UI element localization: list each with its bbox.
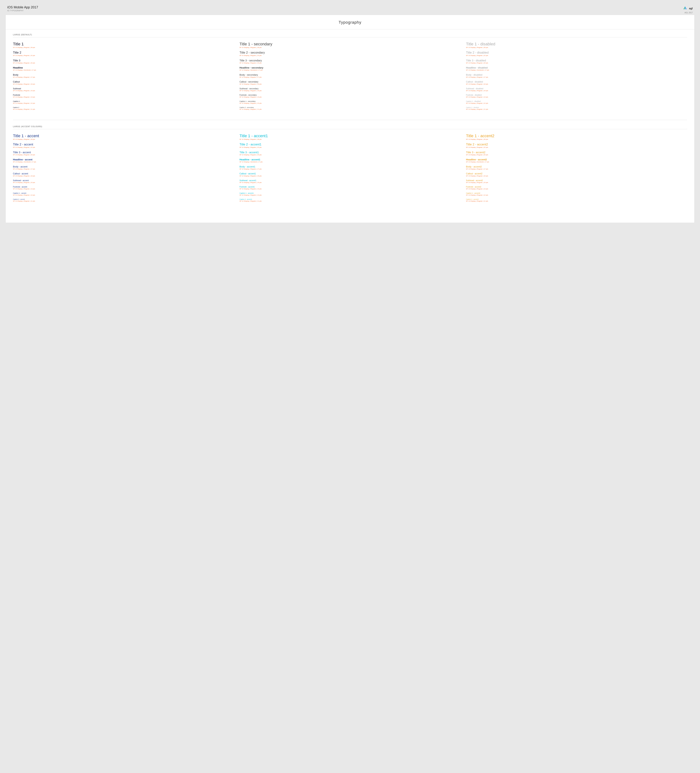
- type-col-accent2: Title 1 - accent2 SF UI Display | Regula…: [466, 133, 687, 204]
- type-item: Headline - disabled SF UI Display | Semi…: [466, 66, 687, 71]
- type-item: Title 2 SF UI Display | Regular | 22 pts: [13, 51, 234, 56]
- title1-a1-label: Title 1 - accent1: [239, 133, 461, 138]
- header-left: iOS Mobile App 2017 #2 TYPOGRAPHY: [7, 5, 38, 12]
- title2-a2-spec: SF UI Display | Regular | 22 pts: [466, 146, 687, 148]
- type-item: Title 3 - disabled SF UI Display | Regul…: [466, 59, 687, 64]
- callout-sec-label: Callout - secondary: [239, 81, 461, 83]
- callout-sec-spec: SF UI Display | Regular | 16 pts: [239, 83, 461, 85]
- title2-a0-label: Title 2 - accent: [13, 143, 234, 146]
- subhead-dis-label: Subhead - disabled: [466, 87, 687, 90]
- footnote-a2-label: Footnote - accent2: [466, 186, 687, 188]
- title3-sec-label: Title 3 - secondary: [239, 59, 461, 62]
- subhead-dis-spec: SF UI Display | Regular | 15 pts: [466, 90, 687, 92]
- body-sec-spec: SF UI Display | Regular | 17 pts: [239, 76, 461, 78]
- card-title-bar: Typography: [6, 15, 694, 30]
- type-item: Title 1 - secondary SF UI Display | Regu…: [239, 42, 461, 48]
- type-item: Headline - accent2 SF UI Display | Semib…: [466, 158, 687, 163]
- type-item: Body - accent2 SF UI Display | Regular |…: [466, 165, 687, 170]
- type-item: Caption 1 - secondary SF UI Display | Re…: [239, 100, 461, 104]
- title1-a0-spec: SF UI Display | Regular | 28 pts: [13, 138, 234, 140]
- caption1-label: Caption 1: [13, 100, 234, 102]
- body-a0-label: Body - accent: [13, 165, 234, 168]
- title3-dis-spec: SF UI Display | Regular | 20 pts: [466, 62, 687, 64]
- subhead-spec: SF UI Display | Regular | 15 pts: [13, 90, 234, 92]
- caption2-spec: SF UI Display | Regular | 11 pts: [13, 109, 234, 110]
- title1-dis-label: Title 1 - disabled: [466, 42, 687, 46]
- title2-sec-spec: SF UI Display | Regular | 22 pts: [239, 55, 461, 56]
- section-header-accent: LARGE (ACCENT COLOURS): [13, 125, 687, 129]
- body-a1-spec: SF UI Display | Regular | 17 pts: [239, 168, 461, 170]
- type-item: Body - accent1 SF UI Display | Regular |…: [239, 165, 461, 170]
- subhead-a0-label: Subhead - accent: [13, 179, 234, 181]
- headline-sec-spec: SF UI Display | Semibold | 17 pts: [239, 69, 461, 71]
- type-item: Footnote - accent1 SF UI Display | Regul…: [239, 186, 461, 190]
- footnote-sec-label: Footnote - secondary: [239, 94, 461, 96]
- caption2-dis-spec: SF UI Display | Regular | 11 pts: [466, 109, 687, 110]
- caption1-sec-label: Caption 1 - secondary: [239, 100, 461, 102]
- footnote-a2-spec: SF UI Display | Regular | 13 pts: [466, 188, 687, 190]
- logo-text: agl: [689, 7, 693, 10]
- body-spec: SF UI Display | Regular | 17 pts: [13, 76, 234, 78]
- footnote-dis-spec: SF UI Display | Regular | 13 pts: [466, 96, 687, 98]
- headline-label: Headline: [13, 66, 234, 69]
- title2-a1-spec: SF UI Display | Regular | 22 pts: [239, 146, 461, 148]
- title2-dis-spec: SF UI Display | Regular | 22 pts: [466, 55, 687, 56]
- title3-sec-spec: SF UI Display | Regular | 20 pts: [239, 62, 461, 64]
- type-item: Title 2 - secondary SF UI Display | Regu…: [239, 51, 461, 56]
- headline-a2-spec: SF UI Display | Semibold | 17 pts: [466, 161, 687, 163]
- subhead-sec-label: Subhead - secondary: [239, 87, 461, 90]
- title2-a2-label: Title 2 - accent2: [466, 143, 687, 146]
- page-header: iOS Mobile App 2017 #2 TYPOGRAPHY agl AG…: [4, 4, 696, 15]
- callout-a0-label: Callout - accent: [13, 173, 234, 175]
- type-item: Callout - secondary SF UI Display | Regu…: [239, 81, 461, 85]
- caption2-a0-label: Caption 2 - accent: [13, 199, 234, 200]
- headline-spec: SF UI Display | Semibold | 17 pts: [13, 69, 234, 71]
- type-item: Caption 1 - accent1 SF UI Display | Regu…: [239, 192, 461, 196]
- type-item: Callout - disabled SF UI Display | Regul…: [466, 81, 687, 85]
- type-item: Callout - accent2 SF UI Display | Regula…: [466, 173, 687, 177]
- type-item: Caption 2 - disabled SF UI Display | Reg…: [466, 107, 687, 110]
- headline-a2-label: Headline - accent2: [466, 158, 687, 161]
- caption1-a0-spec: SF UI Display | Regular | 12 pts: [13, 194, 234, 196]
- type-item: Caption 1 - disabled SF UI Display | Reg…: [466, 100, 687, 104]
- type-item: Headline - secondary SF UI Display | Sem…: [239, 66, 461, 71]
- footnote-dis-label: Footnote - disabled: [466, 94, 687, 96]
- caption1-a2-spec: SF UI Display | Regular | 12 pts: [466, 194, 687, 196]
- caption2-a1-label: Caption 2 - accent1: [239, 199, 461, 200]
- header-right: agl AGL 2017: [682, 5, 693, 14]
- type-item: Caption 2 - accent2 SF UI Display | Regu…: [466, 199, 687, 202]
- callout-a1-spec: SF UI Display | Regular | 16 pts: [239, 175, 461, 177]
- title1-spec: SF UI Display | Regular | 28 pts: [13, 47, 234, 48]
- headline-a1-spec: SF UI Display | Semibold | 17 pts: [239, 161, 461, 163]
- type-col-accent0: Title 1 - accent SF UI Display | Regular…: [13, 133, 239, 204]
- type-item: Body - secondary SF UI Display | Regular…: [239, 74, 461, 78]
- type-item: Title 2 - accent2 SF UI Display | Regula…: [466, 143, 687, 148]
- title2-a0-spec: SF UI Display | Regular | 22 pts: [13, 146, 234, 148]
- caption2-a2-spec: SF UI Display | Regular | 11 pts: [466, 200, 687, 202]
- type-item: Title 3 - secondary SF UI Display | Regu…: [239, 59, 461, 64]
- footnote-a1-label: Footnote - accent1: [239, 186, 461, 188]
- type-item: Caption 2 - accent1 SF UI Display | Regu…: [239, 199, 461, 202]
- caption1-spec: SF UI Display | Regular | 12 pts: [13, 102, 234, 104]
- body-a1-label: Body - accent1: [239, 165, 461, 168]
- headline-a1-label: Headline - accent1: [239, 158, 461, 161]
- type-item: Footnote - disabled SF UI Display | Regu…: [466, 94, 687, 98]
- subhead-a2-label: Subhead - accent2: [466, 179, 687, 181]
- type-item: Subhead - accent1 SF UI Display | Regula…: [239, 179, 461, 183]
- type-item: Body SF UI Display | Regular | 17 pts: [13, 74, 234, 78]
- title3-a0-spec: SF UI Display | Regular | 20 pts: [13, 154, 234, 156]
- caption2-sec-label: Caption 2 - secondary: [239, 107, 461, 108]
- type-item: Title 1 - disabled SF UI Display | Regul…: [466, 42, 687, 48]
- title3-a2-label: Title 3 - accent2: [466, 151, 687, 154]
- title3-label: Title 3: [13, 59, 234, 62]
- title2-a1-label: Title 2 - accent1: [239, 143, 461, 146]
- title1-sec-spec: SF UI Display | Regular | 28 pts: [239, 47, 461, 48]
- type-item: Body - accent SF UI Display | Regular | …: [13, 165, 234, 170]
- type-item: Title 3 - accent SF UI Display | Regular…: [13, 151, 234, 156]
- callout-dis-spec: SF UI Display | Regular | 16 pts: [466, 83, 687, 85]
- title2-dis-label: Title 2 - disabled: [466, 51, 687, 54]
- title3-a1-label: Title 3 - accent1: [239, 151, 461, 154]
- title2-label: Title 2: [13, 51, 234, 54]
- title1-a0-label: Title 1 - accent: [13, 133, 234, 138]
- title1-a1-spec: SF UI Display | Regular | 28 pts: [239, 138, 461, 140]
